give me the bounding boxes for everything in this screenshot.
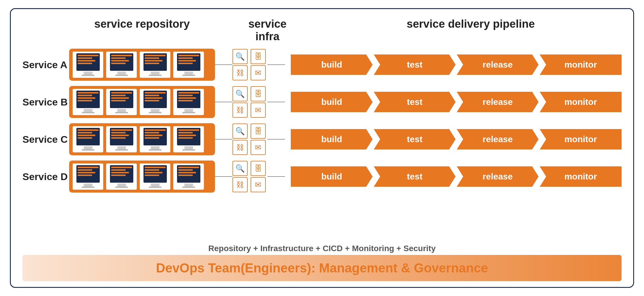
bottom-subtext: Repository + Infrastructure + CICD + Mon… — [22, 244, 622, 253]
monitor-icon-c2 — [106, 126, 137, 152]
connector-d — [215, 176, 232, 177]
header-pipeline: service delivery pipeline — [320, 18, 622, 30]
mail-icon-d: ✉ — [251, 177, 266, 192]
service-b-label: Service B — [22, 96, 69, 108]
bottom-section: Repository + Infrastructure + CICD + Mon… — [22, 244, 622, 281]
mail-icon-b: ✉ — [251, 103, 266, 118]
monitor-icon-d3 — [140, 163, 170, 190]
repo-block-c — [69, 123, 215, 155]
infra-block-c: 🔍 🗄 ⛓ ✉ — [232, 124, 267, 155]
network-icon-d: ⛓ — [232, 177, 248, 192]
bottom-banner: DevOps Team(Engineers): Management & Gov… — [22, 255, 622, 281]
stage-test-b: test — [374, 92, 456, 112]
monitor-icon-3 — [140, 52, 170, 78]
mail-icon-c: ✉ — [251, 140, 266, 155]
monitor-icon-c3 — [140, 126, 170, 152]
service-row-b: Service B 🔍 🗄 ⛓ ✉ build test release mon… — [22, 86, 622, 118]
stage-release-c: release — [457, 129, 539, 149]
header-infra: service infra — [238, 18, 297, 43]
monitor-icon-1 — [73, 52, 103, 78]
pipeline-a: build test release monitor — [291, 54, 622, 75]
repo-block-a — [69, 49, 215, 81]
main-diagram: service repository service infra service… — [10, 8, 634, 288]
mail-icon: ✉ — [251, 65, 266, 80]
services-area: Service A 🔍 🗄 ⛓ ✉ build test release mon… — [22, 49, 622, 239]
infra-block-d: 🔍 🗄 ⛓ ✉ — [232, 161, 267, 192]
monitor-icon-b1 — [73, 89, 103, 115]
monitor-icon-c4 — [173, 126, 204, 152]
repo-block-b — [69, 86, 215, 118]
database-icon-d: 🗄 — [251, 161, 266, 176]
connector-c2 — [267, 139, 285, 140]
monitor-icon-c1 — [73, 126, 103, 152]
connector-d2 — [267, 176, 285, 177]
service-row-a: Service A 🔍 🗄 ⛓ ✉ build test release mon… — [22, 49, 622, 81]
service-row-d: Service D 🔍 🗄 ⛓ ✉ build test release mon… — [22, 161, 622, 193]
stage-build-b: build — [291, 92, 373, 112]
infra-block-a: 🔍 🗄 ⛓ ✉ — [232, 49, 267, 80]
search-icon: 🔍 — [232, 49, 248, 64]
monitor-icon-4 — [173, 52, 204, 78]
bottom-banner-text: DevOps Team(Engineers): Management & Gov… — [22, 261, 622, 275]
stage-monitor-d: monitor — [540, 166, 622, 187]
stage-test-d: test — [374, 166, 456, 187]
stage-monitor-b: monitor — [540, 92, 622, 112]
stage-monitor-a: monitor — [540, 54, 622, 75]
service-row-c: Service C 🔍 🗄 ⛓ ✉ build test release mon… — [22, 123, 622, 155]
stage-release-b: release — [457, 92, 539, 112]
monitor-icon-d4 — [173, 163, 204, 190]
stage-test-a: test — [374, 54, 456, 75]
monitor-icon-b3 — [140, 89, 170, 115]
stage-release-a: release — [457, 54, 539, 75]
stage-build-d: build — [291, 166, 373, 187]
search-icon-d: 🔍 — [232, 161, 248, 176]
network-icon: ⛓ — [232, 65, 248, 80]
connector-a2 — [267, 64, 285, 65]
stage-release-d: release — [457, 166, 539, 187]
connector-b — [215, 102, 232, 102]
monitor-icon-d1 — [73, 163, 103, 190]
database-icon-c: 🗄 — [251, 124, 266, 139]
pipeline-b: build test release monitor — [291, 92, 622, 112]
stage-monitor-c: monitor — [540, 129, 622, 149]
service-c-label: Service C — [22, 134, 69, 145]
service-a-label: Service A — [22, 59, 69, 71]
monitor-icon-b4 — [173, 89, 204, 115]
stage-build-c: build — [291, 129, 373, 149]
network-icon-c: ⛓ — [232, 140, 248, 155]
infra-block-b: 🔍 🗄 ⛓ ✉ — [232, 86, 267, 118]
monitor-icon-2 — [106, 52, 137, 78]
connector-b2 — [267, 102, 285, 102]
network-icon-b: ⛓ — [232, 103, 248, 118]
search-icon-b: 🔍 — [232, 86, 248, 101]
pipeline-c: build test release monitor — [291, 129, 622, 149]
service-d-label: Service D — [22, 171, 69, 182]
stage-build-a: build — [291, 54, 373, 75]
monitor-icon-b2 — [106, 89, 137, 115]
connector-c — [215, 139, 232, 140]
pipeline-d: build test release monitor — [291, 166, 622, 187]
monitor-icon-d2 — [106, 163, 137, 190]
connector-a — [215, 64, 232, 65]
stage-test-c: test — [374, 129, 456, 149]
header-repo: service repository — [69, 18, 215, 30]
search-icon-c: 🔍 — [232, 124, 248, 139]
repo-block-d — [69, 161, 215, 193]
database-icon-b: 🗄 — [251, 86, 266, 101]
database-icon: 🗄 — [251, 49, 266, 64]
header-row: service repository service infra service… — [22, 18, 622, 43]
